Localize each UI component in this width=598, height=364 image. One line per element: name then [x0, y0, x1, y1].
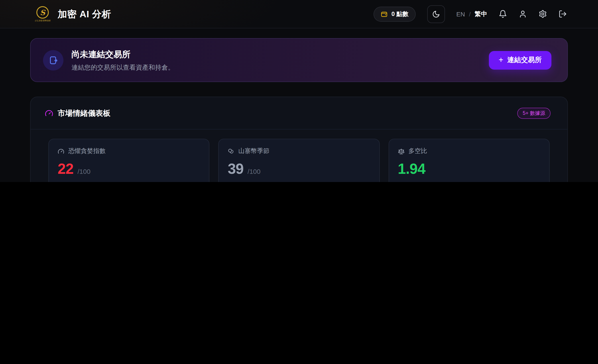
altseason-label-row: 山寨幣季節 [228, 147, 370, 155]
long-short-label: 多空比 [408, 147, 427, 155]
sentiment-cards-row: 恐懼貪婪指數 22 /100 極度恐懼 [48, 139, 550, 182]
points-balance-label: 0 點數 [391, 10, 408, 18]
market-sentiment-body: 恐懼貪婪指數 22 /100 極度恐懼 [31, 129, 567, 182]
banner-title: 尚未連結交易所 [71, 49, 174, 60]
altseason-value-row: 39 /100 [228, 161, 370, 177]
theme-toggle-button[interactable] [427, 5, 445, 23]
section-title: 市場情緒儀表板 [58, 108, 110, 118]
lang-divider: / [469, 10, 471, 17]
altseason-max: /100 [248, 168, 260, 175]
page-title: 加密 AI 分析 [58, 8, 111, 20]
connect-exchange-button[interactable]: + 連結交易所 [489, 51, 551, 69]
brand-logo[interactable]: S 士弘加密貨幣指標 [34, 6, 51, 22]
navbar-actions: 0 點數 EN / 繁中 [374, 5, 567, 23]
profile-icon[interactable] [519, 10, 527, 18]
banner-text: 尚未連結交易所 連結您的交易所以查看資產和持倉。 [71, 49, 174, 72]
wallet-icon [381, 10, 388, 17]
notifications-bell-icon[interactable] [499, 10, 507, 18]
scale-icon [398, 148, 404, 154]
wallet-icon [48, 55, 58, 65]
fear-greed-label-row: 恐懼貪婪指數 [58, 147, 200, 155]
market-sentiment-header: 市場情緒儀表板 5+ 數據源 [31, 97, 567, 129]
long-short-label-row: 多空比 [398, 147, 540, 155]
lang-option-en[interactable]: EN [456, 10, 465, 17]
long-short-card: 多空比 1.94 多頭主導 多 66.0% 空 3 [388, 139, 550, 182]
data-sources-badge: 5+ 數據源 [517, 107, 550, 119]
brand-logo-caption: 士弘加密貨幣指標 [35, 19, 50, 22]
long-short-value: 1.94 [398, 161, 425, 177]
fear-greed-card: 恐懼貪婪指數 22 /100 極度恐懼 [48, 139, 210, 182]
fear-greed-label: 恐懼貪婪指數 [68, 147, 106, 155]
coins-icon [228, 148, 234, 154]
moon-icon [432, 10, 440, 18]
fear-greed-value: 22 [58, 161, 74, 177]
top-navbar: S 士弘加密貨幣指標 加密 AI 分析 0 點數 EN / 繁中 [0, 0, 598, 28]
lang-option-zh[interactable]: 繁中 [475, 10, 487, 18]
altseason-card: 山寨幣季節 39 /100 中性 BTC ALT [218, 139, 380, 182]
connect-exchange-button-label: 連結交易所 [507, 56, 542, 65]
long-short-value-row: 1.94 [398, 161, 540, 177]
plus-icon: + [499, 56, 503, 65]
wallet-badge [43, 50, 63, 70]
language-switch: EN / 繁中 [456, 10, 487, 18]
brand-logo-emblem: S [36, 6, 49, 19]
altseason-label: 山寨幣季節 [238, 147, 269, 155]
points-balance-button[interactable]: 0 點數 [374, 7, 416, 22]
gauge-icon [45, 109, 53, 117]
app-window: S 士弘加密貨幣指標 加密 AI 分析 0 點數 EN / 繁中 [0, 0, 598, 182]
market-sentiment-panel: 市場情緒儀表板 5+ 數據源 恐懼貪婪指數 22 /100 [30, 97, 568, 182]
altseason-value: 39 [228, 161, 244, 177]
gauge-icon [58, 148, 64, 154]
banner-subtitle: 連結您的交易所以查看資產和持倉。 [71, 63, 174, 72]
fear-greed-max: /100 [77, 168, 90, 175]
fear-greed-value-row: 22 /100 [58, 161, 200, 177]
connect-exchange-banner: 尚未連結交易所 連結您的交易所以查看資產和持倉。 + 連結交易所 [30, 38, 568, 82]
settings-gear-icon[interactable] [539, 10, 547, 18]
logout-icon[interactable] [558, 10, 567, 18]
